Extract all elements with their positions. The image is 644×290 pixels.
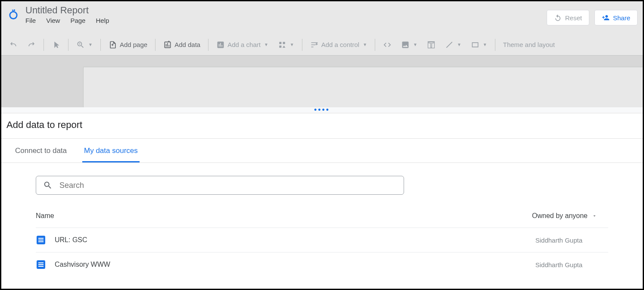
line-icon — [445, 41, 454, 49]
owner-filter[interactable]: Owned by anyone — [532, 212, 608, 220]
code-icon — [383, 41, 392, 49]
line-button[interactable]: ▼ — [441, 38, 466, 52]
zoom-icon — [76, 41, 85, 49]
undo-icon — [9, 41, 18, 49]
menu-help[interactable]: Help — [96, 17, 109, 24]
panel-title: Add data to report — [1, 113, 643, 139]
menu-view[interactable]: View — [46, 17, 60, 24]
menu-file[interactable]: File — [25, 17, 36, 24]
caret-down-icon: ▼ — [483, 42, 487, 47]
canvas-area — [1, 56, 643, 107]
undo-arrow-icon — [554, 14, 562, 22]
shape-button[interactable]: ▼ — [467, 38, 492, 52]
data-source-owner: Siddharth Gupta — [535, 261, 608, 268]
search-input[interactable] — [59, 181, 397, 190]
text-button[interactable] — [423, 38, 440, 52]
search-icon — [43, 181, 53, 190]
svg-point-0 — [10, 12, 17, 19]
toolbar: ▼ Add page Add data Add a chart▼ ▼ Add a… — [1, 34, 643, 56]
reset-button[interactable]: Reset — [547, 10, 589, 25]
rectangle-icon — [471, 41, 479, 49]
control-icon — [310, 41, 319, 49]
list-header: Name Owned by anyone — [36, 195, 608, 228]
redo-icon — [27, 41, 36, 49]
data-source-row[interactable]: URL: GSC Siddharth Gupta — [36, 228, 608, 252]
tabs: Connect to data My data sources — [1, 139, 643, 163]
column-name: Name — [36, 212, 532, 220]
canvas-page[interactable] — [83, 67, 643, 107]
caret-down-icon: ▼ — [413, 42, 417, 47]
tab-my-data-sources[interactable]: My data sources — [82, 139, 140, 162]
app-logo — [6, 7, 20, 21]
redo-button[interactable] — [23, 38, 40, 52]
url-embed-button[interactable] — [379, 38, 396, 52]
app-header: Untitled Report File View Page Help Rese… — [1, 1, 643, 34]
cursor-icon — [52, 41, 60, 49]
menu-page[interactable]: Page — [70, 17, 85, 24]
theme-layout-button[interactable]: Theme and layout — [499, 38, 559, 51]
undo-button[interactable] — [5, 38, 22, 52]
svg-rect-5 — [38, 238, 44, 239]
caret-down-icon: ▼ — [363, 42, 367, 47]
panel-drag-handle[interactable]: •••• — [1, 107, 643, 113]
add-page-icon — [109, 41, 117, 49]
add-data-icon — [163, 41, 172, 49]
data-source-owner: Siddharth Gupta — [535, 237, 608, 244]
caret-down-icon: ▼ — [290, 42, 294, 47]
add-control-button[interactable]: Add a control▼ — [306, 38, 371, 52]
menu-bar: File View Page Help — [25, 17, 109, 24]
svg-rect-11 — [38, 266, 44, 267]
caret-down-icon: ▼ — [88, 42, 93, 47]
chart-icon — [216, 41, 225, 49]
caret-down-icon: ▼ — [264, 42, 268, 47]
data-source-icon — [36, 259, 46, 270]
community-button[interactable]: ▼ — [274, 38, 299, 52]
data-source-name: Cashvisory WWW — [55, 261, 535, 268]
search-box[interactable] — [36, 176, 404, 195]
shapes-icon — [278, 41, 286, 49]
svg-rect-7 — [38, 241, 44, 242]
share-button[interactable]: Share — [594, 10, 638, 25]
svg-rect-3 — [472, 43, 478, 47]
data-source-name: URL: GSC — [55, 236, 535, 244]
data-source-row[interactable]: Cashvisory WWW Siddharth Gupta — [36, 252, 608, 277]
caret-down-icon: ▼ — [457, 42, 461, 47]
image-button[interactable]: ▼ — [397, 38, 422, 52]
panel-content: Name Owned by anyone URL: GSC Siddharth … — [1, 163, 643, 277]
svg-point-1 — [13, 9, 15, 11]
select-tool[interactable] — [47, 38, 65, 52]
image-icon — [401, 41, 410, 49]
svg-rect-10 — [38, 264, 44, 265]
add-page-button[interactable]: Add page — [104, 38, 152, 52]
caret-down-icon — [592, 213, 597, 218]
data-source-icon — [36, 235, 46, 245]
zoom-tool[interactable]: ▼ — [72, 38, 97, 52]
add-chart-button[interactable]: Add a chart▼ — [212, 38, 273, 52]
tab-connect-to-data[interactable]: Connect to data — [13, 139, 68, 162]
text-icon — [427, 41, 436, 49]
add-data-button[interactable]: Add data — [159, 38, 205, 52]
person-add-icon — [602, 14, 610, 22]
svg-rect-6 — [38, 240, 44, 240]
svg-rect-9 — [38, 262, 44, 263]
report-title[interactable]: Untitled Report — [25, 5, 109, 16]
